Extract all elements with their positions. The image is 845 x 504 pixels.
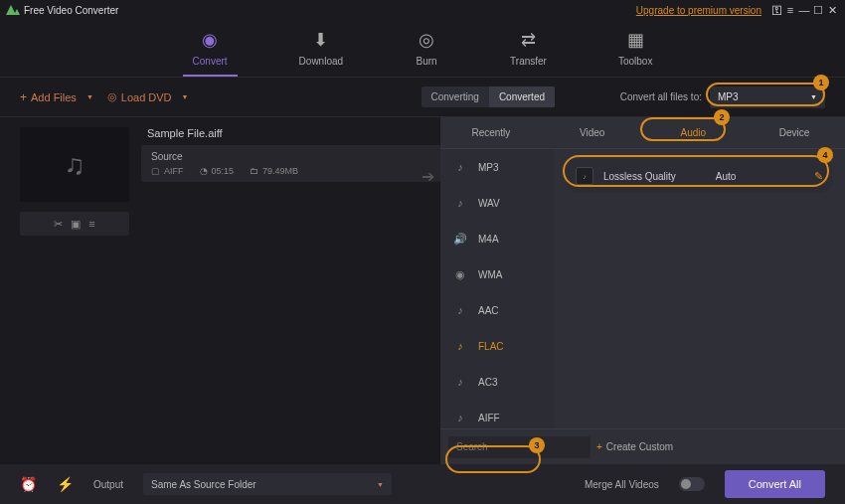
tab-video[interactable]: Video	[542, 117, 643, 148]
nav-label: Transfer	[510, 56, 547, 67]
chevron-down-icon: ▼	[377, 481, 384, 488]
format-ac3[interactable]: ♪AC3	[440, 364, 554, 400]
content: ♫ Sample File.aiff Source ▢AIFF ◔05:15 🗀…	[0, 117, 845, 464]
nav-label: Convert	[193, 56, 228, 67]
folder-icon: 🗀	[250, 166, 258, 176]
nav-toolbox[interactable]: ▦ Toolbox	[608, 26, 662, 77]
format-aac[interactable]: ♪AAC	[440, 292, 554, 328]
audio-file-icon: ♪	[452, 375, 468, 389]
burn-icon: ◎	[415, 28, 438, 52]
codec-icon: ▢	[151, 166, 160, 176]
tab-device[interactable]: Device	[744, 117, 845, 148]
schedule-icon[interactable]: ⏰	[20, 476, 37, 492]
convert-icon: ◉	[198, 28, 222, 52]
upgrade-link[interactable]: Upgrade to premium version	[636, 5, 761, 16]
key-icon[interactable]: ⚿	[769, 4, 783, 16]
quality-value: Auto	[716, 171, 737, 182]
audio-file-icon: ♪	[452, 160, 468, 174]
load-dvd-button[interactable]: ◎ Load DVD ▼	[107, 90, 189, 103]
settings-icon[interactable]: ≡	[88, 218, 94, 230]
footer: ⏰ ⚡ Output Same As Source Folder ▼ Merge…	[0, 464, 845, 504]
toolbox-icon: ▦	[623, 28, 647, 52]
audio-file-icon: ♪	[452, 411, 468, 424]
tab-audio[interactable]: Audio	[643, 117, 745, 148]
size-value: 79.49MB	[262, 166, 298, 176]
codec-value: AIFF	[164, 166, 184, 176]
format-m4a[interactable]: 🔊M4A	[440, 221, 554, 256]
app-title: Free Video Converter	[24, 5, 118, 16]
panel-body: ♪MP3 ♪WAV 🔊M4A ◉WMA ♪AAC ♪FLAC ♪AC3 ♪AIF…	[440, 149, 845, 428]
panel-tabs: Recently Video Audio Device	[440, 117, 845, 149]
clock-icon: ◔	[200, 166, 208, 176]
merge-label: Merge All Videos	[585, 479, 659, 490]
nav-transfer[interactable]: ⇄ Transfer	[500, 26, 557, 77]
format-wma[interactable]: ◉WMA	[440, 256, 554, 292]
maximize-icon[interactable]: ☐	[811, 4, 825, 17]
nav-burn[interactable]: ◎ Burn	[405, 26, 448, 77]
target-format-select[interactable]: MP3 ▼	[710, 86, 825, 108]
format-list[interactable]: ♪MP3 ♪WAV 🔊M4A ◉WMA ♪AAC ♪FLAC ♪AC3 ♪AIF…	[440, 149, 554, 428]
nav-label: Download	[299, 56, 343, 67]
format-mp3[interactable]: ♪MP3	[440, 149, 554, 185]
plus-icon: +	[20, 90, 27, 104]
convert-all-label: Convert all files to:	[620, 91, 702, 102]
source-meta: ▢AIFF ◔05:15 🗀79.49MB	[151, 166, 430, 176]
arrow-right-icon: ➔	[422, 167, 434, 186]
disc-icon: ◎	[107, 90, 117, 103]
create-custom-button[interactable]: + Create Custom	[596, 441, 673, 452]
trim-icon[interactable]: ✂	[54, 218, 63, 231]
main-nav: ◉ Convert ⬇ Download ◎ Burn ⇄ Transfer ▦…	[0, 20, 845, 78]
file-name: Sample File.aiff	[141, 127, 440, 139]
audio-file-icon: ♪	[452, 196, 468, 210]
convert-target: Convert all files to: MP3 ▼	[620, 86, 825, 108]
speaker-icon: 🔊	[452, 232, 468, 246]
plus-icon: +	[596, 441, 602, 452]
svg-marker-0	[6, 5, 20, 15]
status-tabs: Converting Converted	[422, 86, 556, 107]
download-icon: ⬇	[309, 28, 333, 52]
gpu-icon[interactable]: ⚡	[57, 476, 74, 492]
output-select[interactable]: Same As Source Folder ▼	[143, 473, 392, 495]
search-input[interactable]	[448, 436, 591, 458]
tab-recently[interactable]: Recently	[440, 117, 542, 148]
nav-label: Burn	[417, 56, 437, 67]
quality-name: Lossless Quality	[603, 171, 676, 182]
merge-toggle[interactable]	[679, 477, 705, 491]
chevron-down-icon: ▼	[86, 93, 93, 100]
format-flac[interactable]: ♪FLAC	[440, 328, 554, 364]
menu-icon[interactable]: ≡	[783, 4, 797, 16]
speaker-icon: ◉	[452, 267, 468, 281]
file-thumbnail[interactable]: ♫	[20, 127, 129, 202]
toolbar: + Add Files ▼ ◎ Load DVD ▼ Converting Co…	[0, 78, 845, 117]
crop-icon[interactable]: ▣	[71, 218, 81, 231]
tab-converting[interactable]: Converting	[422, 86, 489, 107]
source-box: Source ▢AIFF ◔05:15 🗀79.49MB	[141, 145, 440, 182]
app-logo-icon	[6, 5, 20, 15]
add-files-button[interactable]: + Add Files ▼	[20, 90, 93, 104]
panel-footer: + Create Custom	[440, 428, 845, 464]
titlebar: Free Video Converter Upgrade to premium …	[0, 0, 845, 20]
close-icon[interactable]: ✕	[825, 4, 839, 17]
chevron-down-icon: ▼	[810, 93, 817, 100]
nav-label: Toolbox	[618, 56, 652, 67]
output-label: Output	[93, 479, 123, 490]
file-tools: ✂ ▣ ≡	[20, 212, 129, 236]
format-wav[interactable]: ♪WAV	[440, 185, 554, 221]
nav-convert[interactable]: ◉ Convert	[183, 26, 238, 77]
chevron-down-icon: ▼	[182, 93, 189, 100]
minimize-icon[interactable]: —	[797, 4, 811, 16]
source-quality-icon: ♪	[576, 167, 593, 185]
transfer-icon: ⇄	[517, 28, 541, 52]
tab-converted[interactable]: Converted	[489, 86, 555, 107]
file-row: ♫ Sample File.aiff Source ▢AIFF ◔05:15 🗀…	[20, 127, 440, 202]
format-aiff[interactable]: ♪AIFF	[440, 400, 554, 428]
convert-all-button[interactable]: Convert All	[725, 470, 825, 498]
duration-value: 05:15	[212, 166, 235, 176]
quality-option[interactable]: ♪ Lossless Quality Auto ✎	[566, 159, 833, 193]
file-area: ♫ Sample File.aiff Source ▢AIFF ◔05:15 🗀…	[0, 117, 440, 464]
audio-file-icon: ♪	[452, 339, 468, 353]
music-note-icon: ♫	[65, 149, 85, 181]
edit-icon[interactable]: ✎	[814, 170, 823, 183]
audio-file-icon: ♪	[452, 303, 468, 317]
nav-download[interactable]: ⬇ Download	[289, 26, 353, 77]
